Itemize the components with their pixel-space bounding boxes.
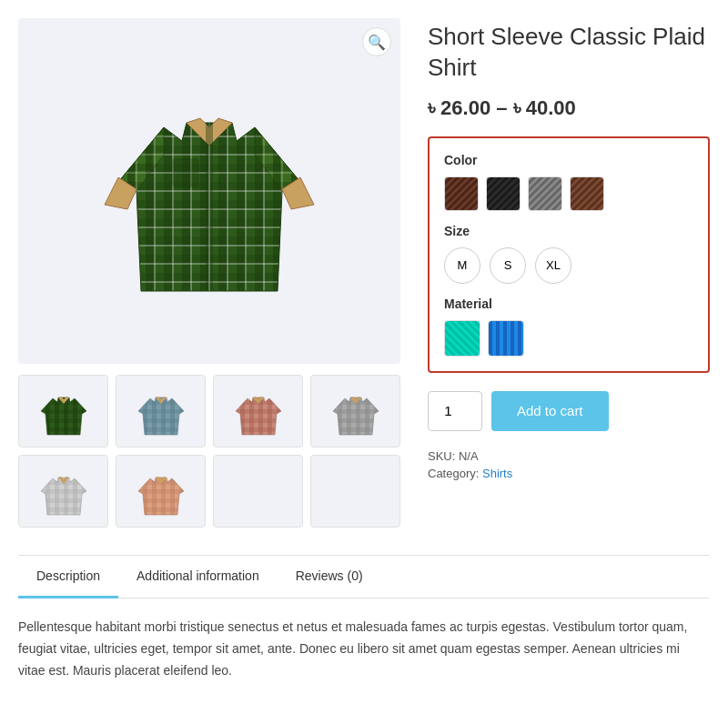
thumbnail-row-1 [18, 375, 400, 447]
category-link[interactable]: Shirts [482, 467, 512, 480]
color-label: Color [444, 153, 693, 167]
product-sku: SKU: N/A [428, 449, 710, 463]
material-variant-group: Material [444, 297, 693, 357]
size-xl-button[interactable]: XL [535, 247, 571, 284]
sku-value: N/A [459, 449, 479, 463]
description-text: Pellentesque habitant morbi tristique se… [18, 617, 710, 681]
product-price: ৳ 26.00 – ৳ 40.00 [428, 96, 710, 120]
thumbnail-row-2 [18, 455, 400, 528]
thumbnail-placeholder-2 [310, 455, 400, 528]
main-product-image: 🔍 [18, 18, 400, 364]
thumbnail-6[interactable] [116, 455, 206, 528]
tabs-nav: Description Additional information Revie… [18, 556, 710, 598]
svg-rect-11 [173, 159, 198, 186]
zoom-button[interactable]: 🔍 [362, 27, 391, 56]
material-swatch-2[interactable] [488, 320, 524, 357]
product-category: Category: Shirts [428, 467, 710, 480]
color-swatch-4[interactable] [570, 176, 604, 211]
thumbnail-1[interactable] [18, 375, 108, 447]
color-swatch-2[interactable] [486, 176, 521, 211]
sku-label: SKU: [428, 449, 459, 463]
material-options [444, 320, 693, 357]
page-container: 🔍 [0, 0, 728, 699]
category-label: Category: [428, 467, 479, 480]
product-info-section: Short Sleeve Classic Plaid Shirt ৳ 26.00… [428, 18, 710, 528]
tab-content-description: Pellentesque habitant morbi tristique se… [18, 617, 710, 681]
color-options [444, 176, 693, 211]
product-gallery: 🔍 [18, 18, 400, 528]
tab-description[interactable]: Description [18, 556, 118, 598]
material-swatch-1[interactable] [444, 320, 480, 357]
product-top-section: 🔍 [18, 18, 710, 528]
thumbnail-placeholder-1 [213, 455, 303, 528]
size-label: Size [444, 224, 693, 238]
material-label: Material [444, 297, 693, 311]
color-variant-group: Color [444, 153, 693, 211]
tab-additional-information[interactable]: Additional information [118, 556, 278, 598]
size-m-button[interactable]: M [444, 247, 480, 284]
size-s-button[interactable]: S [490, 247, 526, 284]
add-to-cart-button[interactable]: Add to cart [491, 391, 609, 431]
quantity-input[interactable] [428, 391, 482, 431]
size-variant-group: Size M S XL [444, 224, 693, 284]
main-shirt-svg [91, 55, 328, 327]
tab-reviews[interactable]: Reviews (0) [278, 556, 381, 598]
variants-box: Color Size M S XL [428, 136, 710, 373]
color-swatch-1[interactable] [444, 176, 479, 211]
thumbnail-3[interactable] [213, 375, 303, 447]
thumbnail-2[interactable] [116, 375, 206, 447]
tabs-section: Description Additional information Revie… [18, 555, 710, 681]
zoom-icon: 🔍 [368, 34, 386, 51]
add-to-cart-row: Add to cart [428, 391, 710, 431]
color-swatch-3[interactable] [528, 176, 562, 211]
product-title: Short Sleeve Classic Plaid Shirt [428, 22, 710, 84]
thumbnail-5[interactable] [18, 455, 108, 528]
size-options: M S XL [444, 247, 693, 284]
thumbnail-4[interactable] [310, 375, 400, 447]
